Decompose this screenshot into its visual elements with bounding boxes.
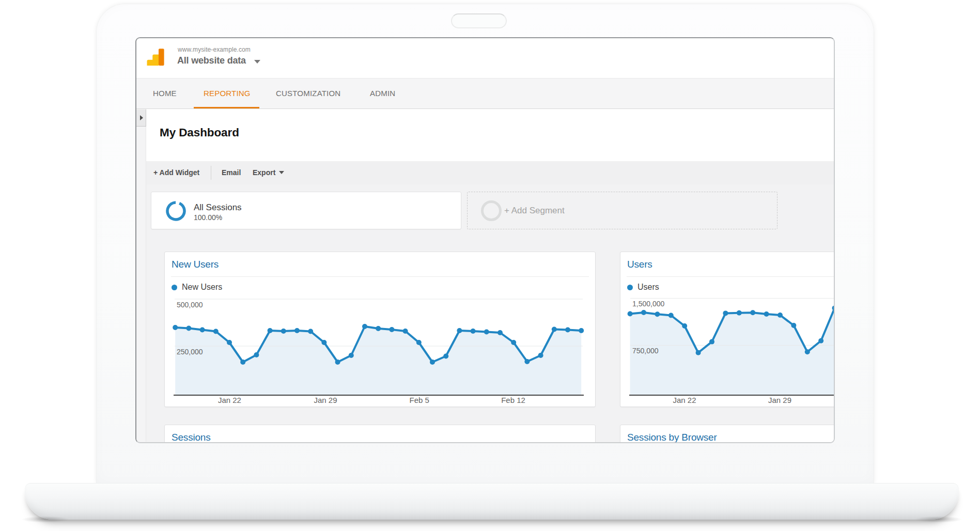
svg-text:Feb 5: Feb 5: [410, 396, 429, 404]
svg-text:Jan 22: Jan 22: [673, 396, 696, 404]
svg-text:Feb 12: Feb 12: [501, 396, 525, 404]
svg-text:Jan 29: Jan 29: [314, 396, 337, 404]
svg-text:Jan 29: Jan 29: [768, 396, 791, 404]
svg-text:Jan 22: Jan 22: [218, 396, 241, 404]
